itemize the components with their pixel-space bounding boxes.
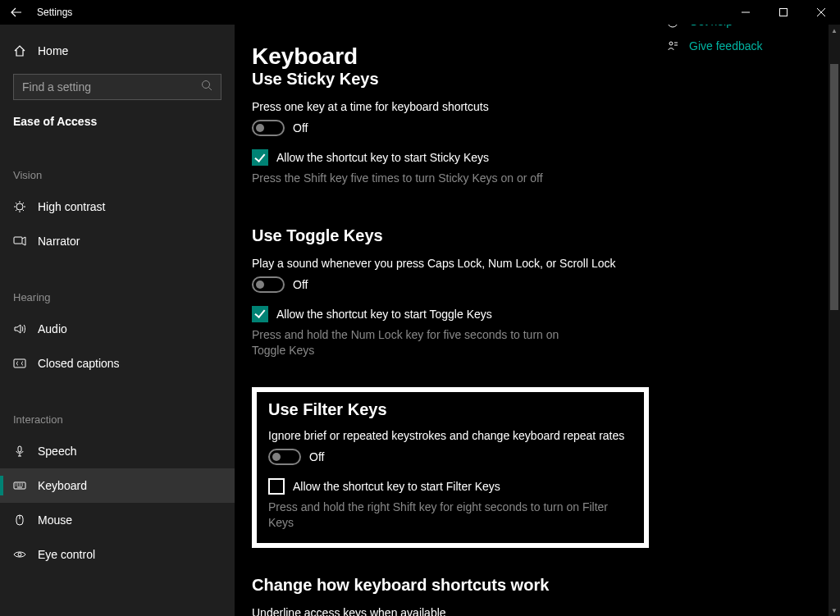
close-icon: [817, 8, 825, 16]
sidebar-item-speech[interactable]: Speech: [0, 434, 235, 468]
narrator-icon: [13, 235, 26, 248]
maximize-icon: [779, 8, 788, 16]
get-help-link[interactable]: ? Get help: [666, 25, 806, 28]
svg-point-11: [669, 42, 673, 45]
nav-label: Narrator: [38, 235, 80, 248]
help-icon: ?: [666, 25, 679, 28]
titlebar: Settings: [0, 0, 840, 25]
scroll-thumb[interactable]: [830, 64, 838, 310]
filter-keys-highlight: Use Filter Keys Ignore brief or repeated…: [252, 387, 649, 548]
sidebar-item-home[interactable]: Home: [13, 44, 221, 57]
sidebar-group-hearing: Hearing: [0, 291, 235, 303]
sticky-check-label: Allow the shortcut key to start Sticky K…: [276, 151, 489, 164]
give-feedback-link[interactable]: Give feedback: [666, 39, 806, 52]
toggle-hint: Press and hold the Num Lock key for five…: [252, 327, 580, 359]
scroll-up-icon[interactable]: ▲: [829, 25, 840, 36]
nav-label: High contrast: [38, 200, 105, 213]
section-toggle-keys: Use Toggle Keys: [252, 226, 840, 245]
scrollbar[interactable]: ▲ ▼: [829, 25, 840, 616]
mouse-icon: [13, 513, 26, 527]
sticky-shortcut-checkbox[interactable]: [252, 149, 268, 166]
maximize-button[interactable]: [765, 0, 802, 25]
filter-check-label: Allow the shortcut key to start Filter K…: [293, 480, 500, 493]
eye-control-icon: [13, 548, 26, 561]
close-button[interactable]: [802, 0, 840, 25]
window-title: Settings: [37, 7, 72, 18]
filter-keys-toggle[interactable]: [268, 449, 301, 465]
section-filter-keys: Use Filter Keys: [268, 400, 632, 419]
sticky-toggle-state: Off: [293, 121, 308, 135]
sidebar-item-mouse[interactable]: Mouse: [0, 503, 235, 537]
section-sticky-keys: Use Sticky Keys: [252, 70, 840, 89]
sidebar-category: Ease of Access: [13, 115, 221, 128]
section-shortcuts: Change how keyboard shortcuts work: [252, 576, 840, 595]
toggle-shortcut-checkbox[interactable]: [252, 306, 268, 322]
sticky-hint: Press the Shift key five times to turn S…: [252, 171, 580, 187]
scroll-down-icon[interactable]: ▼: [829, 605, 840, 616]
minimize-button[interactable]: [727, 0, 765, 25]
feedback-icon: [666, 40, 679, 52]
sidebar-item-eye-control[interactable]: Eye control: [0, 537, 235, 572]
filter-keys-state: Off: [309, 450, 324, 463]
speech-icon: [13, 445, 26, 458]
nav-label: Speech: [38, 445, 76, 458]
closed-captions-icon: [13, 357, 26, 370]
home-label: Home: [38, 44, 68, 57]
sidebar-item-narrator[interactable]: Narrator: [0, 224, 235, 258]
sidebar: Home Ease of Access Vision High contrast…: [0, 25, 235, 616]
toggle-check-label: Allow the shortcut key to start Toggle K…: [276, 308, 492, 321]
home-icon: [13, 44, 26, 57]
sidebar-item-keyboard[interactable]: Keyboard: [0, 468, 235, 503]
get-help-label: Get help: [689, 25, 733, 28]
side-links: ? Get help Give feedback: [666, 25, 806, 64]
nav-label: Closed captions: [38, 357, 120, 370]
audio-icon: [13, 322, 26, 335]
back-arrow-icon: [11, 7, 22, 18]
sticky-desc: Press one key at a time for keyboard sho…: [252, 100, 840, 113]
search-icon: [201, 80, 212, 94]
svg-rect-3: [14, 237, 22, 244]
toggle-keys-toggle[interactable]: [252, 276, 285, 293]
back-button[interactable]: [11, 7, 22, 18]
svg-rect-5: [18, 446, 21, 452]
svg-point-8: [18, 553, 21, 556]
search-input[interactable]: [22, 80, 201, 94]
svg-rect-0: [780, 9, 788, 16]
filter-shortcut-checkbox[interactable]: [268, 478, 285, 495]
main-panel: Keyboard Use Sticky Keys Press one key a…: [235, 25, 840, 616]
toggle-keys-state: Off: [293, 278, 308, 291]
filter-hint: Press and hold the right Shift key for e…: [268, 500, 632, 532]
high-contrast-icon: [13, 200, 26, 213]
nav-label: Audio: [38, 322, 67, 335]
filter-desc: Ignore brief or repeated keystrokes and …: [268, 429, 632, 442]
sticky-toggle[interactable]: [252, 120, 285, 136]
sidebar-group-vision: Vision: [0, 169, 235, 181]
toggle-desc: Play a sound whenever you press Caps Loc…: [252, 257, 840, 270]
keyboard-icon: [13, 479, 26, 492]
nav-label: Mouse: [38, 513, 72, 527]
give-feedback-label: Give feedback: [689, 39, 763, 52]
svg-rect-4: [14, 359, 25, 367]
sidebar-item-high-contrast[interactable]: High contrast: [0, 189, 235, 224]
shortcuts-desc: Underline access keys when available: [252, 606, 840, 616]
search-input-container[interactable]: [13, 74, 221, 100]
minimize-icon: [742, 8, 750, 16]
nav-label: Keyboard: [38, 479, 87, 492]
sidebar-item-audio[interactable]: Audio: [0, 312, 235, 346]
nav-label: Eye control: [38, 548, 95, 561]
sidebar-item-closed-captions[interactable]: Closed captions: [0, 346, 235, 381]
svg-point-2: [16, 203, 23, 210]
svg-point-1: [203, 81, 210, 89]
svg-text:?: ?: [670, 25, 674, 26]
sidebar-group-interaction: Interaction: [0, 413, 235, 426]
